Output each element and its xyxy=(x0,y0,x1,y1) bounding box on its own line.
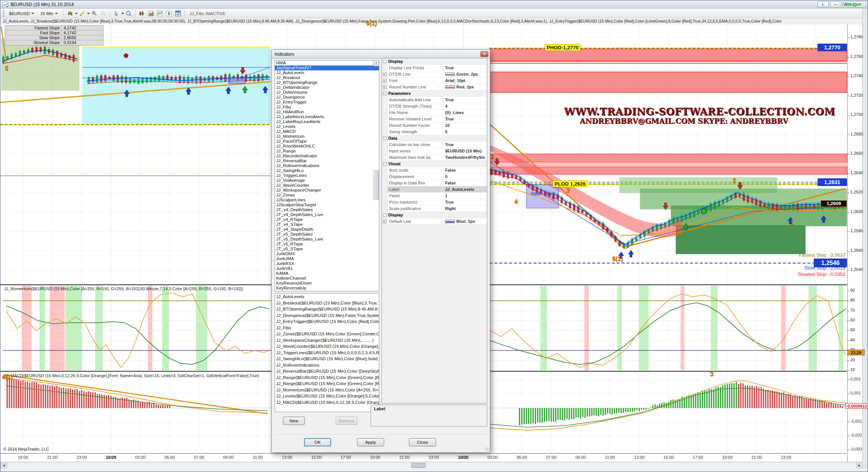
configured-indicator-item[interactable]: JJ_Momentum($EURUSD (15 Min),Color [A=25… xyxy=(275,387,379,393)
new-button[interactable]: New xyxy=(283,417,305,425)
dialog-close-icon[interactable]: ✕ xyxy=(480,51,488,57)
property-section[interactable]: -Parameters xyxy=(382,90,487,97)
indicator-list-item[interactable]: JT_v4_DepthSales xyxy=(275,207,379,212)
property-row[interactable]: LabelJJ_AutoLevels xyxy=(382,186,487,193)
indicator-list-item[interactable]: JJ_EntryTrigger xyxy=(275,100,379,105)
property-row[interactable]: Display in Data BoxFalse xyxy=(382,180,487,186)
property-row[interactable]: Input series$EURUSD (15 Min) xyxy=(382,148,487,154)
configured-indicator-item[interactable]: JJ_TriggerLines($EURUSD (15 Min),0,0,0,0… xyxy=(275,350,379,356)
property-row[interactable]: Auto scaleFalse xyxy=(382,167,487,174)
indicator-list-item[interactable]: JJ_TriggerLines xyxy=(275,173,379,178)
property-row[interactable]: Swing Strength5 xyxy=(382,129,487,135)
indicator-list-item[interactable]: JT_v4_RTape xyxy=(275,217,379,222)
indicator-list-item[interactable]: JT_v5_DepthSales xyxy=(275,232,379,237)
indicator-list-item[interactable]: JJ_PaceOfTape xyxy=(275,139,379,144)
indicator-list-item[interactable]: JT_v4_STape xyxy=(275,222,379,227)
configured-indicator-item[interactable]: JJ_Fibs xyxy=(275,325,379,331)
interval-select[interactable]: 15 Min xyxy=(38,11,60,17)
property-grid[interactable]: -DisplayDisplay Line PricesTrue+DT/DB Li… xyxy=(382,58,487,403)
indicator-list-item[interactable]: JJ_RecorderIndicator xyxy=(275,154,379,158)
indicator-list-item[interactable]: JJ_Levels xyxy=(275,124,379,129)
property-row[interactable]: Round Number Factor10 xyxy=(382,122,487,129)
configured-indicator-item[interactable]: JJ_SwingHiLo($EURUSD (15 Min),Color [Blu… xyxy=(275,356,379,362)
indicator-list-item[interactable]: KeltnerChannel xyxy=(275,276,379,281)
zoom-in-icon[interactable] xyxy=(90,10,99,17)
indicator-list-item[interactable]: JJ_Momentum xyxy=(275,134,379,139)
plod-label[interactable]: PLOD 1,2628 xyxy=(553,180,588,187)
indicator-list-item[interactable]: JJ_Divergence xyxy=(275,95,379,100)
line-chart-icon[interactable] xyxy=(156,10,164,17)
link-button[interactable]: L xyxy=(818,1,829,8)
configured-indicator-item[interactable]: JJ_AutoLevels xyxy=(275,294,379,300)
indicator-list-item[interactable]: JJ_PriorWeekOHLC xyxy=(275,144,379,149)
instrument-select[interactable]: $EURUSD xyxy=(7,11,36,17)
indicator-list-item[interactable]: JT_v5_RTape xyxy=(275,242,379,247)
volume-icon[interactable] xyxy=(147,10,155,17)
property-row[interactable]: Calculate on bar closeTrue xyxy=(382,142,487,148)
chevron-down-icon[interactable] xyxy=(87,13,90,14)
configured-indicator-item[interactable]: JJ_BTOpeningRange($EURUSD (15 Min),8:45 … xyxy=(275,306,379,312)
property-row[interactable]: Displacement0 xyxy=(382,174,487,180)
indicator-list-item[interactable]: JJScalperLines xyxy=(275,198,379,203)
property-row[interactable]: Automatically Add LineTrue xyxy=(382,97,487,103)
configured-indicator-item[interactable]: JJ_ReversalBar($EURUSD (15 Min),Color [D… xyxy=(275,368,379,375)
indicator-list-item[interactable]: JurikVEL xyxy=(275,266,379,271)
property-section[interactable]: -Data xyxy=(382,135,487,142)
scroll-right-icon[interactable]: ▶ xyxy=(856,463,863,468)
cursor-tool-button[interactable] xyxy=(112,10,121,17)
dollar-icon[interactable]: $ xyxy=(165,10,173,17)
indicator-list-item[interactable]: JJ_RolloverIndications xyxy=(275,163,379,168)
indicator-list-item[interactable]: JJ_MACD xyxy=(275,129,379,134)
indicator-list-item[interactable]: JurikJMA xyxy=(275,256,379,261)
property-row[interactable]: Maximum bars look baTwoHundredFiftySix xyxy=(382,154,487,161)
scroll-thumb[interactable] xyxy=(374,171,379,200)
indicator-list-item[interactable]: KAMA xyxy=(275,271,379,276)
property-row[interactable]: Panel1 xyxy=(382,193,487,199)
indicator-list-item[interactable]: JJ_DeltaVolume xyxy=(275,90,379,95)
indicator-list-item[interactable]: JJ_DeltaIndicator xyxy=(275,85,379,90)
data-box-button[interactable] xyxy=(125,10,133,17)
phod-label[interactable]: PHOD-1,2770 xyxy=(545,44,581,51)
configured-indicator-item[interactable]: JJ_EntryTrigger($EURUSD (15 Min),Color [… xyxy=(275,318,379,325)
bars-indicator-icon[interactable] xyxy=(138,10,146,17)
dialog-title-bar[interactable]: Indicators ✕ xyxy=(272,50,490,59)
hscroll-thumb[interactable] xyxy=(411,463,426,468)
property-row[interactable]: Display Line PricesTrue xyxy=(382,65,487,71)
indicator-list-item[interactable]: JJ_VolAverage xyxy=(275,178,379,183)
property-row[interactable]: +Default LineBlue; 1px xyxy=(382,218,487,225)
property-section[interactable]: -Visual xyxy=(382,161,487,167)
resize-grip[interactable] xyxy=(485,448,489,451)
property-row[interactable]: DT/DB Strength (Ticks)4 xyxy=(382,103,487,110)
indicator-list-item[interactable]: JJ_Breakout xyxy=(275,75,379,80)
property-row[interactable]: Remove Violated LevelTrue xyxy=(382,116,487,122)
indicator-list-item[interactable]: JT_v5_STape xyxy=(275,247,379,251)
property-row[interactable]: Price marker(s)True xyxy=(382,199,487,206)
configured-indicator-item[interactable]: JJ_WaveCounter($EURUSD (15 Min),Color [O… xyxy=(275,343,379,350)
configured-indicator-item[interactable]: JJ_Range($EURUSD (15 Min),Color [Green],… xyxy=(275,375,379,381)
indicator-list-item[interactable]: JJ_HitAndRun xyxy=(275,110,379,114)
draw-tool-button[interactable] xyxy=(78,10,87,17)
indicator-list-item[interactable]: JJ_LabelHorzLinesAlerts xyxy=(275,114,379,119)
configured-indicator-item[interactable]: JJ_Divergence($EURUSD (15 Min),False,Tru… xyxy=(275,312,379,319)
grid-table-icon[interactable] xyxy=(174,10,182,17)
property-section[interactable]: -Display xyxy=(382,58,487,65)
indicator-list-item[interactable]: HMA xyxy=(275,61,379,65)
scroll-down-icon[interactable]: ▼ xyxy=(374,60,379,65)
indicator-list-item[interactable]: JJ_AutoLevels xyxy=(275,70,379,75)
indicator-list-item[interactable]: JaySignalTrendV7 xyxy=(275,65,379,70)
scroll-left-icon[interactable]: ◀ xyxy=(0,463,7,468)
horizontal-scrollbar[interactable]: ◀ ▶ xyxy=(0,462,863,469)
indicator-list-item[interactable]: JJ_Fibs xyxy=(275,105,379,110)
indicator-list-item[interactable]: JT_v4_DepthSales_Live xyxy=(275,212,379,217)
indicator-list-item[interactable]: JurikDMX xyxy=(275,251,379,256)
configured-indicator-item[interactable]: JJ_WorkspaceChanger($EURUSD (15 Min),...… xyxy=(275,337,379,344)
indicator-list-item[interactable]: JJ_LabelRayLineAlerts xyxy=(275,119,379,124)
property-section[interactable]: -Display xyxy=(382,212,487,218)
indicator-list-item[interactable]: KeyReversalDown xyxy=(275,281,379,286)
configured-indicators-list[interactable]: JJ_AutoLevelsJJ_Breakout($EURUSD (15 Min… xyxy=(275,293,379,412)
toolbar-drag-handle[interactable] xyxy=(3,10,5,17)
configured-indicator-item[interactable]: JJ_RolloverIndications xyxy=(275,362,379,368)
indicator-list-item[interactable]: JT_v5_DepthSales_Live xyxy=(275,237,379,242)
configured-indicator-item[interactable]: JJ_Levels($EURUSD (15 Min),Color [Orange… xyxy=(275,393,379,399)
close-dialog-button[interactable]: Close xyxy=(409,438,436,446)
